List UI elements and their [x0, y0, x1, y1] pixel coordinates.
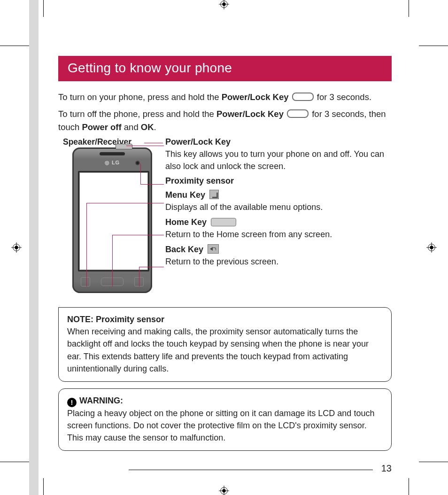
note-body: When receiving and making calls, the pro… [67, 327, 369, 373]
power-lock-key-label: Power/Lock Key [222, 92, 289, 102]
callout-power-lock: Power/Lock Key This key allows you to tu… [165, 137, 395, 172]
text: and [124, 122, 141, 132]
callout-title: Back Key [165, 244, 395, 255]
callout-lead [126, 146, 164, 146]
crop-mark [409, 0, 409, 17]
page-footer-rule [129, 470, 373, 470]
warning-body: Placing a heavy object on the phone or s… [67, 409, 374, 442]
page-number: 13 [381, 463, 392, 474]
callout-desc: Return to the Home screen from any scree… [165, 228, 395, 240]
power-lock-key-label: Power/Lock Key [216, 109, 284, 119]
text: To turn off the phone, press and hold th… [58, 109, 216, 119]
callout-lead [86, 203, 164, 203]
callout-home-key: Home Key Return to the Home screen from … [165, 217, 395, 240]
callout-title: Menu Key [165, 190, 395, 200]
warning-title: WARNING: [79, 396, 123, 405]
callout-title: Home Key [165, 217, 395, 227]
callout-desc: This key allows you to turn your phone o… [165, 148, 395, 172]
callout-back-key: Back Key Return to the previous screen. [165, 244, 395, 268]
warning-box: !WARNING: Placing a heavy object on the … [58, 388, 392, 451]
note-title: NOTE: Proximity sensor [67, 315, 164, 324]
callout-title: Proximity sensor [165, 176, 395, 186]
text: Menu Key [165, 190, 205, 200]
callout-proximity: Proximity sensor [165, 176, 395, 186]
callout-lead [139, 267, 164, 286]
power-button-icon [116, 144, 132, 149]
text-bold: OK [141, 122, 154, 132]
registration-mark-icon [219, 0, 229, 9]
crop-mark [0, 462, 29, 462]
power-lock-key-icon [292, 93, 314, 101]
text: Home Key [165, 217, 207, 227]
crop-mark [0, 46, 29, 46]
callout-lead [139, 267, 164, 267]
registration-mark-icon [219, 486, 229, 495]
binding-strip [29, 0, 39, 495]
crop-mark [409, 478, 409, 495]
callout-menu-key: Menu Key Displays all of the available m… [165, 190, 395, 213]
crop-mark [43, 0, 44, 17]
text: Back Key [165, 245, 203, 254]
callout-title: Power/Lock Key [165, 137, 395, 147]
text-bold: Power off [82, 122, 121, 132]
callout-lead [140, 163, 164, 184]
callout-lead [112, 235, 164, 235]
text: . [154, 122, 156, 132]
callout-lead [140, 184, 164, 185]
crop-mark [419, 46, 448, 46]
text: for 3 seconds. [317, 92, 371, 102]
intro-line-2: To turn off the phone, press and hold th… [58, 108, 392, 134]
crop-mark [419, 462, 448, 462]
warning-icon: ! [67, 398, 77, 407]
back-key-glyph-icon [208, 244, 219, 254]
callout-desc: Displays all of the available menu optio… [165, 201, 395, 213]
registration-mark-icon [11, 242, 22, 253]
note-box: NOTE: Proximity sensor When receiving an… [58, 307, 392, 381]
home-key-glyph-icon [211, 218, 236, 226]
earpiece-icon [100, 152, 125, 155]
text: To turn on your phone, press and hold th… [58, 92, 222, 102]
callout-desc: Return to the previous screen. [165, 255, 395, 268]
intro-line-1: To turn on your phone, press and hold th… [58, 91, 392, 104]
power-lock-key-icon [287, 109, 309, 118]
menu-key-glyph-icon [209, 190, 219, 199]
registration-mark-icon [426, 242, 437, 253]
callout-lead [144, 143, 163, 143]
crop-mark [43, 478, 44, 495]
section-title: Getting to know your phone [58, 56, 392, 81]
